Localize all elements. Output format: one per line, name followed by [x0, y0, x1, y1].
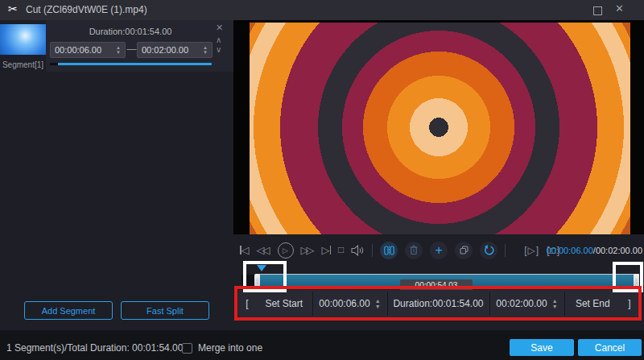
forward-button[interactable]: ▷▷: [301, 245, 312, 255]
controls-divider: [372, 244, 373, 257]
video-preview[interactable]: [250, 23, 630, 234]
add-segment-circle-button[interactable]: +: [430, 242, 448, 259]
trim-start-input[interactable]: 00:00:06.00 ▲ ▼: [313, 290, 387, 317]
split-icon: [384, 246, 394, 255]
skip-end-icon: ▷: [322, 245, 330, 255]
footer-bar: 1 Segment(s)/Total Duration: 00:01:54.00…: [0, 330, 644, 360]
segment-start-stepper[interactable]: ▲ ▼: [116, 45, 121, 55]
spin-down-icon[interactable]: ▼: [375, 304, 381, 309]
copy-segment-button[interactable]: [455, 242, 473, 259]
save-button[interactable]: Save: [510, 339, 574, 356]
trim-start-stepper[interactable]: ▲ ▼: [375, 298, 381, 309]
skip-end-button[interactable]: ▷: [322, 245, 332, 255]
rewind-button[interactable]: ◁◁: [257, 245, 268, 255]
merge-checkbox[interactable]: [182, 343, 192, 354]
forward-icon: ▷▷: [301, 245, 312, 255]
segment-panel: Segment[1] Duration:00:01:54.00 00:00:06…: [0, 20, 233, 330]
trim-end-input[interactable]: 00:02:00.00 ▲ ▼: [490, 290, 564, 317]
tooltip-time: 00:00:54.03: [415, 281, 458, 290]
start-bracket-button[interactable]: [: [238, 290, 256, 317]
skip-start-icon: ◁: [242, 245, 250, 255]
play-segment-button[interactable]: [▷]: [524, 245, 539, 256]
merge-checkbox-label: Merge into one: [198, 342, 262, 354]
copy-icon: [459, 245, 469, 255]
segment-start-value: 00:00:06.00: [55, 45, 101, 55]
timecode-display: 00:00:06.00/00:02:00.00: [547, 234, 642, 266]
start-bracket-icon: [: [246, 298, 248, 309]
reset-button[interactable]: [480, 242, 497, 259]
play-icon: ▷: [283, 246, 288, 254]
volume-icon: [351, 245, 365, 256]
set-start-button[interactable]: Set Start: [256, 290, 312, 317]
playhead-marker[interactable]: [257, 265, 266, 271]
segment-end-stepper[interactable]: ▲ ▼: [203, 45, 208, 55]
end-bracket-button[interactable]: ]: [621, 290, 638, 317]
trim-start-handle[interactable]: ⋮: [254, 274, 260, 288]
spin-down-icon[interactable]: ▼: [203, 50, 208, 55]
play-button[interactable]: ▷: [278, 242, 294, 259]
reset-icon: [484, 245, 494, 255]
chevron-up-icon[interactable]: ∧: [216, 35, 221, 44]
trim-duration-label: Duration:00:01:54.00: [388, 290, 489, 317]
split-button[interactable]: [380, 242, 398, 259]
handle-grip: ⋮: [254, 278, 260, 283]
skip-end-bar: [330, 246, 332, 254]
rewind-icon: ◁◁: [257, 245, 268, 255]
current-time: 00:00:06.00: [547, 246, 593, 255]
range-separator: —: [126, 43, 137, 55]
segment-duration-label: Duration:00:01:54.00: [50, 27, 211, 36]
trim-start-value: 00:00:06.00: [319, 298, 369, 309]
status-text: 1 Segment(s)/Total Duration: 00:01:54.00: [6, 342, 183, 354]
cancel-button[interactable]: Cancel: [578, 339, 642, 356]
chevron-down-icon[interactable]: ∨: [216, 45, 221, 54]
segment-end-input[interactable]: 00:02:00.00 ▲ ▼: [137, 42, 213, 58]
title-bar: ✂ Cut (ZCl69dVtW0E (1).mp4) ✕: [0, 0, 644, 20]
add-segment-button[interactable]: Add Segment: [24, 301, 113, 320]
segment-label: Segment[1]: [0, 60, 46, 69]
total-time: /00:02:00.00: [593, 246, 642, 255]
player-panel: ◁ ◁◁ ▷ ▷▷ ▷ □: [233, 20, 644, 330]
segment-thumbnail[interactable]: [0, 24, 46, 55]
controls-divider: [505, 244, 506, 257]
segment-start-input[interactable]: 00:00:06.00 ▲ ▼: [50, 42, 126, 58]
trash-icon: [409, 245, 419, 255]
segment-progress-bar: [50, 63, 212, 65]
spin-up-icon[interactable]: ▲: [375, 298, 381, 304]
remove-segment-icon[interactable]: ✕: [216, 23, 223, 32]
spin-down-icon[interactable]: ▼: [552, 304, 558, 309]
maximize-button[interactable]: [593, 6, 602, 15]
window-title: Cut (ZCl69dVtW0E (1).mp4): [26, 4, 147, 15]
spin-down-icon[interactable]: ▼: [116, 50, 121, 55]
fast-split-button[interactable]: Fast Split: [121, 301, 209, 320]
end-bracket-icon: ]: [628, 298, 630, 309]
segment-progress-lead: [50, 63, 58, 65]
scissors-icon: ✂: [8, 2, 18, 15]
cut-dialog: ✂ Cut (ZCl69dVtW0E (1).mp4) ✕ Segment[1]…: [0, 0, 644, 360]
trim-end-handle[interactable]: ⋮: [634, 274, 639, 288]
transport-controls: ◁ ◁◁ ▷ ▷▷ ▷ □: [240, 234, 560, 266]
close-button[interactable]: ✕: [615, 2, 624, 14]
stop-button[interactable]: □: [338, 245, 344, 255]
volume-button[interactable]: [351, 245, 365, 256]
plus-icon: +: [436, 244, 443, 257]
video-area: [233, 20, 644, 234]
stop-icon: □: [338, 245, 344, 255]
spin-up-icon[interactable]: ▲: [552, 298, 558, 304]
trim-bar: [ Set Start 00:00:06.00 ▲ ▼ Duration:00:…: [238, 290, 638, 317]
delete-segment-button[interactable]: [405, 242, 423, 259]
skip-start-button[interactable]: ◁: [240, 245, 250, 255]
trim-end-value: 00:02:00.00: [496, 298, 547, 309]
handle-grip: ⋮: [634, 278, 639, 283]
set-end-button[interactable]: Set End: [565, 290, 621, 317]
segment-end-value: 00:02:00.00: [142, 45, 188, 55]
trim-end-stepper[interactable]: ▲ ▼: [552, 298, 558, 309]
